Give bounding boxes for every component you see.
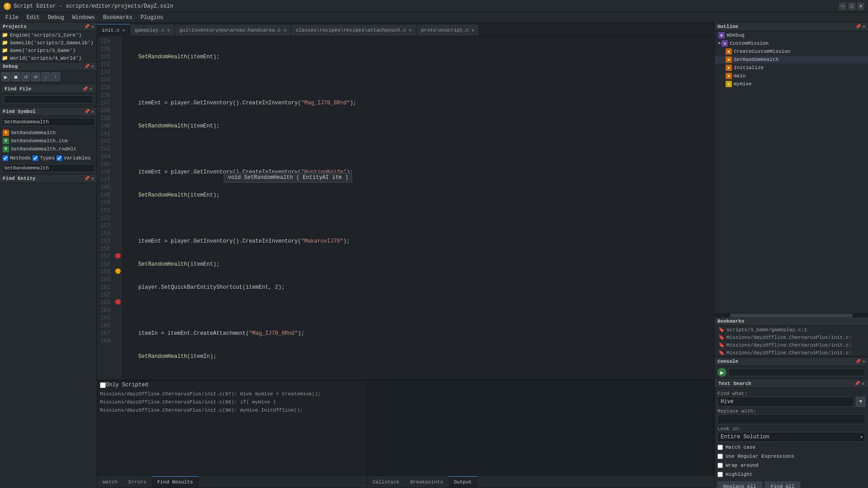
projects-pin-icon[interactable]: 📌: [84, 24, 90, 29]
debug-step-into-button[interactable]: ↓: [41, 72, 50, 81]
find-result-3[interactable]: Missions/dayzOffline.ChernarusPlus/init.…: [99, 406, 365, 414]
tab-gameplay[interactable]: gameplay.c ✕: [130, 24, 175, 36]
symbol-filter-row: Methods Types Variables: [0, 154, 97, 162]
find-symbol-input[interactable]: [2, 118, 95, 126]
find-result-1[interactable]: Missions/dayzOffline.ChernarusPlus/init.…: [99, 390, 365, 398]
menu-bookmarks[interactable]: Bookmarks: [99, 14, 136, 22]
project-world[interactable]: 📁 World('scripts/4_World'): [0, 54, 97, 62]
find-what-dropdown-btn[interactable]: ▼: [856, 397, 865, 407]
menu-file[interactable]: File: [2, 14, 22, 22]
menu-edit[interactable]: Edit: [23, 14, 43, 22]
outline-mdebug[interactable]: M mDebug: [715, 31, 868, 39]
find-entity-close-icon[interactable]: ✕: [91, 176, 94, 181]
replace-all-button[interactable]: Replace All: [717, 482, 762, 488]
breakpoint-163[interactable]: [115, 299, 121, 305]
tab-errors[interactable]: Errors: [123, 476, 152, 488]
wrap-around-checkbox[interactable]: [717, 463, 723, 468]
find-entity-pin-icon[interactable]: 📌: [84, 176, 90, 181]
tab-enscript-close[interactable]: ✕: [472, 28, 474, 33]
outline-close-icon[interactable]: ✕: [863, 24, 865, 29]
find-symbol-pin-icon[interactable]: 📌: [84, 109, 90, 114]
tab-output[interactable]: Output: [448, 476, 477, 488]
bookmark-init-1[interactable]: 🔖 Missions/dayzOffline.ChernarusPlus/ini…: [715, 333, 868, 341]
outline-initialize[interactable]: M Initialize: [715, 64, 868, 72]
outline-createcustommission[interactable]: M CreateCustomMission: [715, 47, 868, 56]
find-result-2[interactable]: Missions/dayzOffline.ChernarusPlus/init.…: [99, 398, 365, 406]
projects-close-icon[interactable]: ✕: [91, 24, 94, 29]
bottom-split: Only Scripted Missions/dayzOffline.Chern…: [97, 380, 714, 488]
debug-restart-button[interactable]: ↺: [21, 72, 30, 81]
tab-find-results[interactable]: Find Results: [152, 476, 198, 488]
outline-custommission[interactable]: ► V CustomMission: [715, 39, 868, 47]
menu-debug[interactable]: Debug: [44, 14, 68, 22]
maximize-button[interactable]: □: [848, 3, 855, 10]
outline-setrandomhealth[interactable]: M SetRandomHealth: [715, 56, 868, 64]
bottom-left-tabs: Watch Errors Find Results: [97, 476, 367, 488]
find-file-close-icon[interactable]: ✕: [90, 86, 92, 92]
minimize-button[interactable]: ─: [839, 3, 846, 10]
outline-myhive[interactable]: V myHive: [715, 80, 868, 88]
bookmark-init-3[interactable]: 🔖 Missions/dayzOffline.ChernarusPlus/ini…: [715, 349, 868, 357]
only-scripted-checkbox[interactable]: [100, 382, 106, 388]
breakpoint-157[interactable]: [115, 253, 121, 258]
code-line-139: player.SetQuickBarEntityShortcut(itemEnt…: [125, 284, 711, 291]
use-regex-checkbox[interactable]: [717, 454, 723, 459]
output-panel: [367, 380, 714, 476]
methods-checkbox[interactable]: [3, 155, 8, 161]
project-gamelib[interactable]: 📁 GameLib('scripts/2_GameLib'): [0, 39, 97, 47]
console-pin-icon[interactable]: 📌: [855, 359, 861, 364]
tab-attachpouch-close[interactable]: ✕: [409, 28, 411, 33]
tab-enscript[interactable]: proto\enscript.c ✕: [416, 24, 479, 36]
tab-init-close[interactable]: ✕: [123, 28, 125, 33]
text-search-pin-icon[interactable]: 📌: [854, 381, 860, 386]
symbol-item-setrandomhealth[interactable]: S SetRandomHealth: [0, 129, 97, 137]
debug-stop-button[interactable]: ⏹: [11, 72, 20, 81]
project-engine[interactable]: 📁 Engine('scripts/1_Core'): [0, 31, 97, 39]
tab-handsarea-close[interactable]: ✕: [283, 28, 286, 33]
tab-callstack[interactable]: Callstack: [367, 476, 405, 488]
replace-with-input[interactable]: [717, 414, 865, 424]
find-what-input[interactable]: [717, 397, 854, 407]
highlight-checkbox[interactable]: [717, 472, 723, 477]
find-file-pin-icon[interactable]: 📌: [82, 86, 88, 92]
debug-close-icon[interactable]: ✕: [91, 64, 94, 69]
tab-attachpouch[interactable]: classes\recipes\recipes\attachpouch.c ✕: [291, 24, 416, 36]
debug-step-out-button[interactable]: ↑: [51, 72, 60, 81]
find-file-input[interactable]: [4, 95, 93, 103]
code-line-136: [125, 215, 711, 222]
text-search-close-icon[interactable]: ✕: [862, 381, 864, 386]
tab-init[interactable]: init.c ✕: [97, 24, 130, 36]
console-close-icon[interactable]: ✕: [863, 359, 865, 364]
code-content[interactable]: SetRandomHealth(itemEnt); itemEnt = play…: [122, 36, 714, 380]
bookmark-159[interactable]: [115, 268, 121, 274]
debug-pin-icon[interactable]: 📌: [84, 64, 90, 69]
bookmark-gameplay[interactable]: 🔖 scripts/3_Game/gameplay.c:1: [715, 326, 868, 333]
console-run-button[interactable]: ▶: [717, 368, 726, 377]
outline-main[interactable]: M main: [715, 72, 868, 80]
find-all-button[interactable]: Find All: [765, 482, 801, 488]
menu-windows[interactable]: Windows: [69, 14, 99, 22]
look-in-select[interactable]: Entire Solution Current File Current Pro…: [717, 432, 865, 442]
debug-step-over-button[interactable]: ⟳: [31, 72, 40, 81]
console-input[interactable]: [728, 368, 865, 376]
symbol-item-setrandomhealth-itm[interactable]: V SetRandomHealth.itm: [0, 137, 97, 145]
match-case-checkbox[interactable]: [717, 445, 723, 450]
variables-checkbox[interactable]: [57, 155, 62, 161]
tab-watch[interactable]: Watch: [97, 476, 123, 488]
tab-breakpoints[interactable]: Breakpoints: [405, 476, 448, 488]
folder-icon: 📁: [2, 47, 8, 53]
tab-handsarea[interactable]: gui\inventorynew\areas\handsarea.c ✕: [175, 24, 291, 36]
menu-plugins[interactable]: Plugins: [137, 14, 167, 22]
use-regex-row: Use Regular Expressions: [717, 453, 865, 460]
outline-label-setrandomhealth: SetRandomHealth: [734, 57, 778, 62]
find-symbol-close-icon[interactable]: ✕: [91, 109, 94, 114]
outline-pin-icon[interactable]: 📌: [855, 24, 861, 29]
find-entity-search-input[interactable]: [2, 164, 95, 172]
project-game[interactable]: 📁 Game('scripts/3_Game'): [0, 47, 97, 54]
tab-gameplay-close[interactable]: ✕: [167, 28, 170, 33]
symbol-item-setrandomhealth-rndhlt[interactable]: V SetRandomHealth.rndHlt: [0, 145, 97, 153]
debug-play-button[interactable]: ▶: [1, 72, 10, 81]
types-checkbox[interactable]: [33, 155, 38, 161]
close-button[interactable]: ✕: [857, 3, 864, 10]
bookmark-init-2[interactable]: 🔖 Missions/dayzOffline.ChernarusPlus/ini…: [715, 341, 868, 349]
